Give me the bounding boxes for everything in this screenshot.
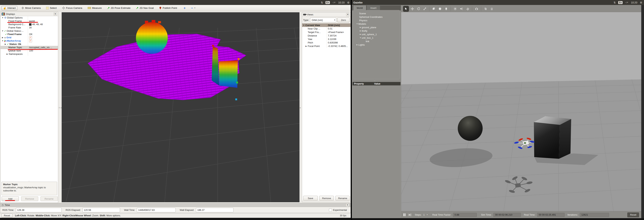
remove-view-button[interactable]: Remove — [319, 196, 334, 200]
property-table-body[interactable] — [352, 85, 400, 217]
splitter-handle[interactable]: ⋯ — [374, 80, 376, 82]
remove-display-button[interactable]: Remove — [21, 196, 38, 201]
ros-time-input[interactable] — [16, 208, 62, 212]
add-point-light-button[interactable] — [452, 6, 458, 12]
remove-tool-button[interactable]: − ▼ — [190, 6, 197, 10]
ros-elapsed-input[interactable] — [82, 208, 120, 212]
rviz-3d-viewport[interactable] — [62, 12, 300, 202]
expand-icon[interactable]: ▶ — [6, 52, 8, 56]
add-spot-light-button[interactable] — [459, 6, 464, 12]
tree-row-frame-rate[interactable]: Frame Rate 30 — [0, 26, 58, 29]
collapse-icon[interactable]: ▼ — [303, 24, 305, 27]
tree-row-marker-status[interactable]: ▶✓Status: Ok — [0, 43, 58, 46]
tree-row-global-status[interactable]: ▼✓Global Status:... — [0, 29, 58, 33]
tree-item-ground-plane[interactable]: ▶ground_plane — [354, 26, 400, 29]
views-panel-header[interactable]: Views ✖ — [302, 13, 350, 17]
zero-view-button[interactable]: Zero — [337, 18, 350, 22]
collapse-icon[interactable]: ▼ — [359, 36, 362, 40]
save-view-button[interactable]: Save — [303, 196, 318, 200]
clock[interactable]: 10:20 — [338, 1, 344, 4]
gazebo-3d-viewport[interactable] — [401, 12, 641, 211]
wall-time-input[interactable] — [137, 208, 176, 212]
views-row-near-clip[interactable]: Near Clip ... 0.01 — [302, 27, 350, 30]
close-icon[interactable]: ✖ — [346, 203, 349, 207]
tree-item-spherical-coordinates[interactable]: Spherical Coordinates — [354, 15, 400, 19]
nav-goal-tool-button[interactable]: ↗ 2D Nav Goal — [134, 6, 155, 10]
views-row-yaw[interactable]: Yaw 3.11039 — [302, 37, 350, 41]
tree-item-unit-box[interactable]: ▼unit_box_1 — [354, 36, 400, 40]
network-icon[interactable]: ⇅ — [614, 1, 616, 4]
views-row-focal-point[interactable]: ▶Focal Point -0.33742; 0.4605... — [302, 44, 350, 48]
tree-item-physics[interactable]: Physics — [354, 19, 400, 22]
expand-icon[interactable]: ▶ — [4, 43, 6, 46]
rename-display-button[interactable]: Rename — [40, 196, 58, 201]
tree-row-global-options[interactable]: ▼⚙Global Options — [0, 16, 58, 20]
experimental-checkbox[interactable] — [329, 209, 332, 211]
keyboard-layout-indicator[interactable]: En — [618, 1, 622, 4]
add-directional-light-button[interactable] — [465, 6, 470, 12]
screenshot-button[interactable] — [474, 6, 479, 12]
session-gear-icon[interactable]: ⚙ — [640, 1, 642, 4]
wall-elapsed-input[interactable] — [196, 208, 234, 212]
session-gear-icon[interactable]: ⚙ — [347, 1, 350, 4]
tree-item-lights[interactable]: ▶Lights — [354, 43, 400, 47]
add-cylinder-button[interactable] — [444, 6, 449, 12]
close-icon[interactable]: ✖ — [346, 13, 350, 16]
views-row-current-view[interactable]: ▼Current View Orbit (rviz) — [302, 24, 350, 27]
expand-icon[interactable]: ▶ — [2, 36, 4, 39]
tree-row-namespaces[interactable]: ▶Namespaces — [0, 52, 58, 56]
panel-collapse-handle-left[interactable]: ≡ ◂ — [59, 107, 62, 108]
tree-row-grid-display[interactable]: ▶◈Grid ✓ — [0, 36, 58, 39]
views-row-target-frame[interactable]: Target Fra... <Fixed Frame> — [302, 30, 350, 34]
displays-panel-header[interactable]: Displays ✖ — [0, 12, 58, 16]
views-row-distance[interactable]: Distance 7.30724 — [302, 34, 350, 37]
reset-button[interactable]: Reset — [2, 213, 12, 217]
step-button[interactable] — [409, 213, 411, 216]
interact-tool-button[interactable]: ☝ Interact — [2, 6, 18, 10]
move-camera-tool-button[interactable]: Move Camera — [20, 6, 42, 10]
rename-view-button[interactable]: Rename — [335, 196, 350, 200]
sim-reset-button[interactable]: Reset — [627, 212, 639, 217]
steps-dropdown-icon[interactable]: ▼ — [426, 214, 428, 215]
steps-value[interactable]: 1 — [423, 213, 425, 216]
scale-mode-button[interactable] — [422, 6, 428, 12]
collapse-icon[interactable]: ▼ — [356, 22, 358, 26]
select-mode-button[interactable] — [403, 6, 409, 12]
view-type-select[interactable]: Orbit (rviz) ▲▼ — [310, 18, 336, 22]
expand-icon[interactable]: ▶ — [359, 33, 362, 36]
publish-point-tool-button[interactable]: Publish Point — [158, 6, 178, 10]
add-tool-button[interactable]: + — [182, 6, 187, 10]
clock[interactable]: 10:20 — [631, 1, 637, 4]
pause-button[interactable] — [404, 213, 406, 216]
sound-muted-icon[interactable]: ◁✕ — [332, 1, 336, 4]
sound-muted-icon[interactable]: ◁✕ — [625, 1, 628, 4]
focus-camera-tool-button[interactable]: Focus Camera — [61, 6, 84, 10]
pose-estimate-tool-button[interactable]: ↗ 2D Pose Estimate — [106, 6, 132, 10]
paste-button[interactable] — [489, 6, 494, 12]
tree-item-firefly[interactable]: ▶firefly — [354, 29, 400, 33]
tree-row-markerarray-display[interactable]: ▼MarkerArray ✓ — [0, 39, 58, 43]
rotate-mode-button[interactable] — [416, 6, 421, 12]
enabled-checkbox[interactable]: ✓ — [29, 39, 32, 42]
tree-item-scene[interactable]: Scene — [354, 12, 400, 15]
expand-icon[interactable]: ▶ — [356, 43, 358, 47]
enabled-checkbox[interactable]: ✓ — [29, 36, 32, 39]
collapse-icon[interactable]: ▼ — [2, 39, 4, 43]
tree-row-fixed-frame-status[interactable]: ✓Fixed Frame OK — [0, 33, 58, 36]
keyboard-layout-indicator[interactable]: En — [326, 1, 330, 4]
panel-collapse-handle-right[interactable]: ▸ — [300, 107, 301, 108]
translate-mode-button[interactable] — [410, 6, 415, 12]
add-sphere-button[interactable] — [437, 6, 443, 12]
tree-item-link[interactable]: link — [354, 40, 400, 43]
panel-collapse-handle[interactable]: ⋮ — [400, 111, 402, 113]
tab-world[interactable]: World — [353, 5, 366, 10]
measure-tool-button[interactable]: Measure — [86, 6, 103, 10]
marker-topic-value[interactable]: /occupied_cells_vis ... — [28, 46, 58, 49]
tree-item-models[interactable]: ▼Models — [354, 22, 400, 26]
network-icon[interactable]: ⇅ — [321, 1, 323, 4]
expand-icon[interactable]: ▶ — [305, 44, 307, 48]
close-icon[interactable]: ✖ — [54, 13, 57, 16]
collapse-icon[interactable]: ▼ — [2, 16, 4, 20]
add-box-button[interactable] — [431, 6, 436, 12]
select-tool-button[interactable]: Select — [45, 6, 58, 10]
